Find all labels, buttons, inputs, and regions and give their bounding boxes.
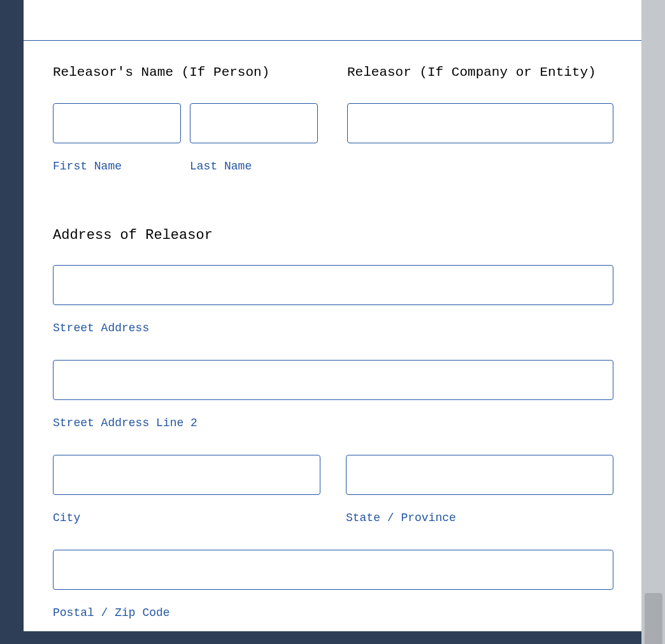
city-state-row: City State / Province — [53, 455, 613, 524]
address-section: Address of Releasor Street Address Stree… — [53, 227, 613, 619]
city-wrap: City — [53, 455, 320, 524]
page-footer-strip — [24, 631, 641, 644]
city-input[interactable] — [53, 455, 320, 495]
releasor-person-label: Releasor's Name (If Person) — [53, 64, 318, 82]
first-name-sublabel: First Name — [53, 160, 181, 173]
scrollbar-track[interactable] — [641, 0, 665, 644]
entity-name-input[interactable] — [347, 103, 613, 143]
left-sidebar-strip — [0, 0, 24, 644]
postal-block: Postal / Zip Code — [53, 550, 613, 619]
street-address-2-input[interactable] — [53, 360, 613, 400]
street2-block: Street Address Line 2 — [53, 360, 613, 429]
street-sublabel: Street Address — [53, 322, 613, 334]
first-name-input[interactable] — [53, 103, 181, 143]
name-pair: First Name Last Name — [53, 103, 318, 173]
releasor-person-group: Releasor's Name (If Person) First Name L… — [53, 64, 318, 173]
form-page: Releasor's Name (If Person) First Name L… — [24, 0, 641, 644]
last-name-input[interactable] — [190, 103, 318, 143]
form-content: Releasor's Name (If Person) First Name L… — [53, 64, 613, 619]
releasor-row: Releasor's Name (If Person) First Name L… — [53, 64, 613, 173]
scrollbar-thumb[interactable] — [645, 593, 662, 644]
header-divider — [24, 40, 641, 41]
state-input[interactable] — [346, 455, 613, 495]
state-wrap: State / Province — [346, 455, 613, 524]
street-block: Street Address — [53, 265, 613, 334]
postal-input[interactable] — [53, 550, 613, 590]
releasor-entity-group: Releasor (If Company or Entity) — [347, 64, 613, 173]
state-sublabel: State / Province — [346, 512, 613, 524]
last-name-sublabel: Last Name — [190, 160, 318, 173]
releasor-entity-label: Releasor (If Company or Entity) — [347, 64, 613, 82]
street-address-input[interactable] — [53, 265, 613, 305]
first-name-wrap: First Name — [53, 103, 181, 173]
last-name-wrap: Last Name — [190, 103, 318, 173]
street2-sublabel: Street Address Line 2 — [53, 417, 613, 429]
address-title: Address of Releasor — [53, 227, 613, 243]
city-sublabel: City — [53, 512, 320, 524]
postal-sublabel: Postal / Zip Code — [53, 606, 613, 619]
